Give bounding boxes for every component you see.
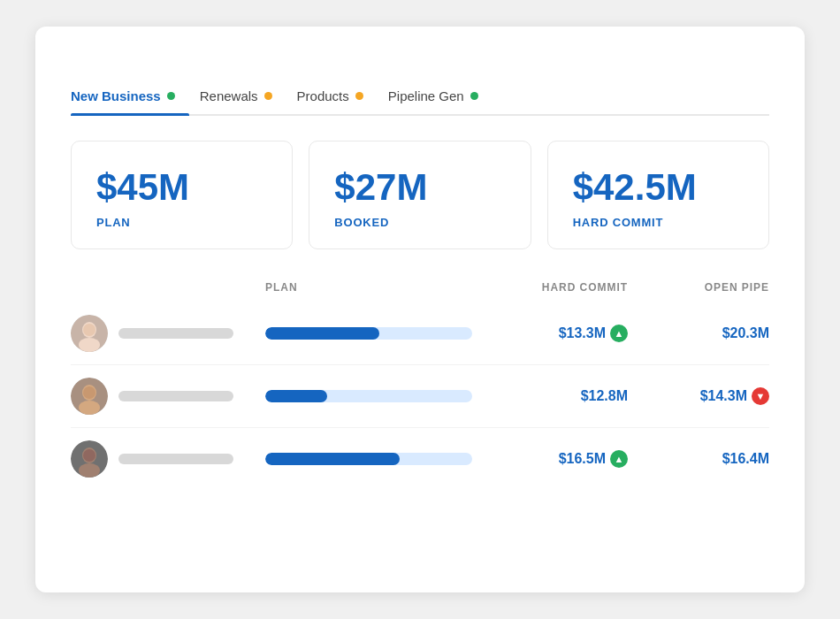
- trend-up-icon: ▲: [610, 450, 628, 468]
- svg-point-7: [83, 386, 95, 399]
- avatar: [71, 440, 108, 478]
- person-cell: [71, 440, 265, 478]
- tab-label-products: Products: [297, 88, 349, 103]
- plan-bar-cell: [265, 453, 486, 465]
- table-header-row: PLANHARD COMMITOPEN PIPE: [71, 281, 769, 301]
- avatar: [71, 378, 108, 415]
- tab-dot-new-business: [167, 92, 175, 100]
- open-pipe-value: $14.3M: [700, 388, 747, 404]
- tab-label-renewals: Renewals: [200, 88, 258, 103]
- tab-label-new-business: New Business: [71, 88, 161, 103]
- table-body: $13.3M▲ $20.3M $12.8M $14.3M▼: [71, 302, 769, 490]
- hard-commit-value: $13.3M: [559, 325, 606, 341]
- main-card: New BusinessRenewalsProductsPipeline Gen…: [35, 27, 805, 592]
- name-bar: [118, 391, 233, 401]
- tab-new-business[interactable]: New Business: [71, 80, 200, 114]
- open-pipe-value: $20.3M: [722, 325, 769, 341]
- hard-commit-cell: $12.8M: [486, 388, 628, 404]
- tab-dot-products: [355, 92, 363, 100]
- metric-card-plan: $45M PLAN: [71, 141, 293, 249]
- open-pipe-value: $16.4M: [722, 451, 769, 467]
- person-cell: [71, 378, 265, 415]
- metric-value-booked: $27M: [334, 166, 505, 209]
- person-cell: [71, 315, 265, 352]
- metric-cards-container: $45M PLAN $27M BOOKED $42.5M HARD COMMIT: [71, 141, 769, 249]
- col-header-open-pipe: OPEN PIPE: [628, 281, 769, 294]
- col-header-plan: PLAN: [265, 281, 486, 294]
- tab-products[interactable]: Products: [297, 80, 388, 114]
- metric-label-plan: PLAN: [96, 216, 267, 229]
- progress-fill: [265, 453, 400, 465]
- table-row: $12.8M $14.3M▼: [71, 365, 769, 428]
- tab-pipeline-gen[interactable]: Pipeline Gen: [388, 80, 503, 114]
- open-pipe-cell: $14.3M▼: [628, 387, 769, 405]
- hard-commit-value: $16.5M: [559, 451, 606, 467]
- hard-commit-cell: $16.5M▲: [486, 450, 628, 468]
- tab-renewals[interactable]: Renewals: [200, 80, 297, 114]
- open-pipe-cell: $20.3M: [628, 325, 769, 341]
- table-row: $16.5M▲ $16.4M: [71, 428, 769, 490]
- tab-dot-pipeline-gen: [470, 92, 478, 100]
- open-pipe-cell: $16.4M: [628, 451, 769, 467]
- metric-label-hard-commit: HARD COMMIT: [573, 216, 744, 229]
- name-bar: [118, 454, 233, 464]
- tab-bar: New BusinessRenewalsProductsPipeline Gen: [71, 80, 769, 116]
- svg-point-6: [79, 401, 100, 415]
- tab-dot-renewals: [264, 92, 272, 100]
- avatar: [71, 315, 108, 352]
- rep-table: PLANHARD COMMITOPEN PIPE $13.3M▲ $20.3M: [71, 281, 769, 490]
- hard-commit-value: $12.8M: [581, 388, 628, 404]
- table-row: $13.3M▲ $20.3M: [71, 302, 769, 365]
- progress-fill: [265, 390, 327, 402]
- plan-bar-cell: [265, 390, 486, 402]
- name-bar: [118, 328, 233, 339]
- svg-point-10: [79, 463, 100, 478]
- hard-commit-cell: $13.3M▲: [486, 325, 628, 342]
- svg-point-3: [83, 324, 95, 336]
- tab-label-pipeline-gen: Pipeline Gen: [388, 88, 464, 103]
- col-header-person: [71, 281, 265, 294]
- progress-track: [265, 327, 472, 340]
- progress-fill: [265, 327, 379, 340]
- metric-value-plan: $45M: [96, 166, 267, 209]
- trend-up-icon: ▲: [610, 325, 628, 342]
- metric-card-hard-commit: $42.5M HARD COMMIT: [547, 141, 769, 249]
- metric-label-booked: BOOKED: [334, 216, 505, 229]
- progress-track: [265, 390, 472, 402]
- progress-track: [265, 453, 472, 465]
- trend-down-icon: ▼: [752, 387, 769, 405]
- plan-bar-cell: [265, 327, 486, 340]
- col-header-hard-commit: HARD COMMIT: [486, 281, 628, 294]
- svg-point-11: [83, 449, 95, 462]
- metric-card-booked: $27M BOOKED: [309, 141, 531, 249]
- svg-point-2: [79, 338, 100, 352]
- metric-value-hard-commit: $42.5M: [573, 166, 744, 209]
